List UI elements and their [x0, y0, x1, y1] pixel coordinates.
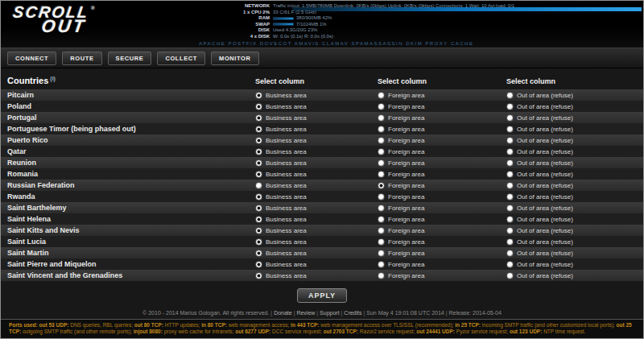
radio-foreign[interactable] [378, 227, 385, 234]
option-foreign[interactable]: Foreign area [378, 92, 506, 99]
option-foreign[interactable]: Foreign area [378, 216, 506, 223]
radio-foreign[interactable] [378, 92, 385, 99]
option-out-of-area[interactable]: Out of area (refuse) [506, 193, 643, 201]
option-out-of-area[interactable]: Out of area (refuse) [506, 126, 643, 133]
info-icon[interactable]: (i) [50, 76, 56, 81]
radio-foreign[interactable] [378, 272, 385, 279]
option-foreign[interactable]: Foreign area [378, 137, 506, 144]
radio-foreign[interactable] [378, 182, 385, 189]
option-foreign[interactable]: Foreign area [378, 114, 506, 122]
radio-foreign[interactable] [378, 261, 385, 268]
footer-link-credits[interactable]: Credits [344, 310, 361, 316]
option-out-of-area[interactable]: Out of area (refuse) [506, 250, 643, 257]
radio-business[interactable] [255, 148, 262, 155]
radio-out-of-area[interactable] [506, 137, 514, 144]
option-foreign[interactable]: Foreign area [378, 238, 506, 246]
radio-out-of-area[interactable] [506, 216, 514, 223]
radio-out-of-area[interactable] [506, 238, 514, 246]
footer-link-support[interactable]: Support [320, 310, 340, 316]
radio-foreign[interactable] [378, 148, 385, 155]
radio-out-of-area[interactable] [506, 205, 514, 212]
radio-business[interactable] [255, 171, 262, 178]
radio-foreign[interactable] [378, 205, 385, 212]
option-foreign[interactable]: Foreign area [378, 182, 506, 189]
nav-tab-monitor[interactable]: MONITOR [211, 52, 258, 65]
radio-business[interactable] [255, 216, 262, 223]
option-out-of-area[interactable]: Out of area (refuse) [506, 261, 643, 268]
option-foreign[interactable]: Foreign area [378, 272, 506, 279]
option-business[interactable]: Business area [255, 114, 378, 122]
nav-tab-route[interactable]: ROUTE [62, 52, 101, 65]
radio-foreign[interactable] [378, 114, 385, 122]
option-out-of-area[interactable]: Out of area (refuse) [506, 238, 643, 246]
option-foreign[interactable]: Foreign area [378, 205, 506, 212]
radio-business[interactable] [255, 182, 262, 189]
option-business[interactable]: Business area [255, 137, 378, 144]
option-business[interactable]: Business area [255, 92, 378, 99]
option-business[interactable]: Business area [255, 227, 378, 234]
footer-link-review[interactable]: Review [296, 310, 315, 316]
radio-business[interactable] [255, 114, 262, 122]
nav-tab-connect[interactable]: CONNECT [7, 52, 56, 65]
radio-out-of-area[interactable] [506, 126, 514, 133]
option-business[interactable]: Business area [255, 193, 378, 201]
option-out-of-area[interactable]: Out of area (refuse) [506, 272, 643, 279]
radio-business[interactable] [255, 272, 262, 279]
radio-out-of-area[interactable] [506, 92, 514, 99]
radio-foreign[interactable] [378, 103, 385, 110]
option-out-of-area[interactable]: Out of area (refuse) [506, 171, 643, 178]
select-column-foreign[interactable]: Select column [378, 77, 506, 85]
nav-tab-secure[interactable]: SECURE [108, 52, 152, 65]
radio-business[interactable] [255, 205, 262, 212]
option-business[interactable]: Business area [255, 148, 378, 155]
option-business[interactable]: Business area [255, 238, 378, 246]
option-business[interactable]: Business area [255, 182, 378, 189]
option-out-of-area[interactable]: Out of area (refuse) [506, 216, 643, 223]
option-business[interactable]: Business area [255, 159, 378, 167]
option-out-of-area[interactable]: Out of area (refuse) [506, 148, 643, 155]
option-out-of-area[interactable]: Out of area (refuse) [506, 227, 643, 234]
option-business[interactable]: Business area [255, 126, 378, 133]
option-foreign[interactable]: Foreign area [378, 250, 506, 257]
radio-out-of-area[interactable] [506, 272, 514, 279]
radio-foreign[interactable] [378, 216, 385, 223]
radio-foreign[interactable] [378, 238, 385, 246]
radio-business[interactable] [255, 261, 262, 268]
radio-business[interactable] [255, 159, 262, 167]
option-foreign[interactable]: Foreign area [378, 171, 506, 178]
radio-foreign[interactable] [378, 171, 385, 178]
radio-foreign[interactable] [378, 159, 385, 167]
radio-out-of-area[interactable] [506, 182, 514, 189]
footer-link-donate[interactable]: Donate [274, 310, 292, 316]
radio-out-of-area[interactable] [506, 159, 514, 167]
radio-business[interactable] [255, 92, 262, 99]
option-out-of-area[interactable]: Out of area (refuse) [506, 182, 643, 189]
radio-out-of-area[interactable] [506, 148, 514, 155]
option-business[interactable]: Business area [255, 250, 378, 257]
radio-out-of-area[interactable] [506, 171, 514, 178]
radio-foreign[interactable] [378, 250, 385, 257]
radio-out-of-area[interactable] [506, 261, 514, 268]
radio-business[interactable] [255, 250, 262, 257]
radio-out-of-area[interactable] [506, 114, 514, 122]
apply-button[interactable]: APPLY [297, 288, 347, 303]
radio-business[interactable] [255, 103, 262, 110]
radio-business[interactable] [255, 193, 262, 201]
option-foreign[interactable]: Foreign area [378, 193, 506, 201]
option-out-of-area[interactable]: Out of area (refuse) [506, 114, 643, 122]
option-foreign[interactable]: Foreign area [378, 148, 506, 155]
radio-foreign[interactable] [378, 193, 385, 201]
select-column-out-of-area[interactable]: Select column [506, 77, 643, 85]
radio-out-of-area[interactable] [506, 227, 514, 234]
radio-foreign[interactable] [378, 126, 385, 133]
radio-out-of-area[interactable] [506, 250, 514, 257]
option-foreign[interactable]: Foreign area [378, 159, 506, 167]
option-out-of-area[interactable]: Out of area (refuse) [506, 205, 643, 212]
option-business[interactable]: Business area [255, 261, 378, 268]
radio-business[interactable] [255, 137, 262, 144]
radio-business[interactable] [255, 126, 262, 133]
option-out-of-area[interactable]: Out of area (refuse) [506, 159, 643, 167]
select-column-business[interactable]: Select column [255, 77, 378, 85]
radio-out-of-area[interactable] [506, 103, 514, 110]
option-out-of-area[interactable]: Out of area (refuse) [506, 103, 643, 110]
